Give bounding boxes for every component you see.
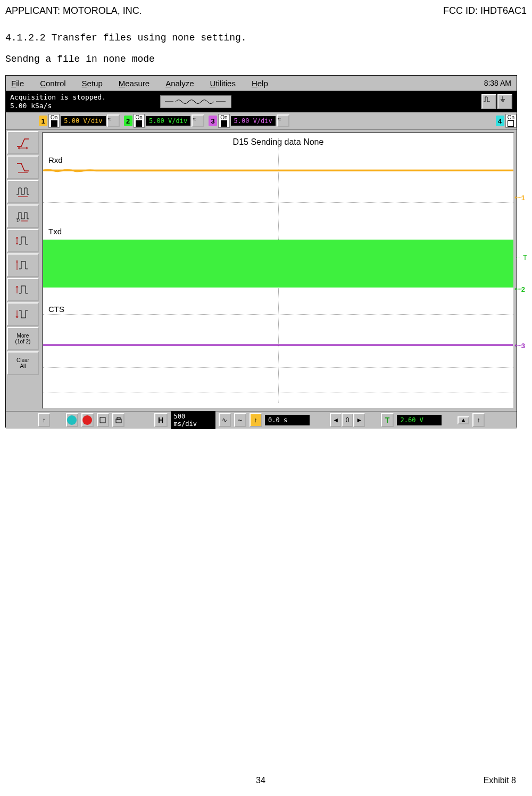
h-mode-btn2[interactable]: ∼ (234, 413, 246, 427)
svg-rect-2 (100, 417, 105, 423)
ch3-vdiv[interactable]: 5.00 V/div (231, 116, 276, 126)
signal-txd-trace (43, 240, 513, 288)
ch1-vdiv[interactable]: 5.00 V/div (61, 116, 105, 126)
trigger-label: T (381, 413, 394, 427)
left-toolbar: 1/ ± More (1of 2) Clear All (6, 130, 40, 411)
clock-display: 8:38 AM (484, 79, 511, 87)
ch2-vdiv[interactable]: 5.00 V/div (146, 116, 190, 126)
ch3-badge[interactable]: 3 (209, 116, 217, 126)
menu-analyze[interactable]: Analyze (165, 79, 194, 88)
menu-file[interactable]: File (11, 79, 24, 88)
nav-right-btn[interactable]: ► (353, 413, 365, 427)
trigger-marker-icon: ← T (514, 253, 527, 261)
save-btn[interactable] (97, 413, 109, 427)
tool-pulse-width[interactable] (7, 180, 39, 203)
run-indicator[interactable] (66, 413, 78, 427)
applicant-label: APPLICANT: MOTOROLA, INC. (5, 5, 142, 17)
tool-min[interactable] (7, 302, 39, 326)
ch4-badge[interactable]: 4 (496, 116, 504, 126)
signal-rxd-trace (43, 166, 513, 177)
menu-utilities[interactable]: Utilities (210, 79, 236, 88)
stop-circle-icon (82, 415, 92, 425)
delay-value[interactable]: 0.0 s (265, 415, 310, 425)
scroll-up-btn-2[interactable]: ↑ (472, 413, 485, 427)
tool-edge-rise[interactable] (7, 131, 39, 154)
clear-all-button[interactable]: Clear All (7, 351, 39, 375)
ch4-on-toggle[interactable]: On (505, 114, 517, 128)
print-btn[interactable] (112, 413, 124, 427)
delay-ref-btn[interactable]: ↑ (250, 413, 262, 427)
ch1-marker-icon: ⬸1 (514, 194, 525, 202)
ch3-marker-icon: ⬸3 (514, 342, 525, 350)
pulse-mode-btn[interactable] (481, 94, 496, 109)
ch3-on-toggle[interactable]: On✓ (218, 114, 229, 128)
menu-setup[interactable]: Setup (82, 79, 103, 88)
ch2-badge[interactable]: 2 (124, 116, 132, 126)
tool-edge-fall[interactable] (7, 155, 39, 179)
subtitle-text: Sendng a file in none mode (5, 54, 527, 64)
nav-center-btn[interactable]: 0 (342, 413, 353, 427)
nav-left-btn[interactable]: ◄ (330, 413, 342, 427)
status-bar: Acquisition is stopped. 5.00 kSa/s (6, 91, 517, 112)
signal-label-rxd: Rxd (48, 155, 63, 165)
run-circle-icon (67, 415, 77, 425)
horizontal-label: H (154, 413, 168, 427)
menu-help[interactable]: Help (252, 79, 268, 88)
fcc-id-label: FCC ID: IHDT6AC1 (443, 5, 527, 17)
menu-control[interactable]: Control (40, 79, 65, 88)
timebase-value[interactable]: 500 ms/div (171, 411, 215, 429)
signal-label-cts: CTS (48, 305, 64, 314)
channel-2-group: 2 On✓ 5.00 V/div ≈ (124, 114, 205, 128)
channel-4-group: 4 On (496, 114, 517, 128)
channel-1-group: 1 On✓ 5.00 V/div ≈ (39, 114, 120, 128)
ch2-marker-icon: ⬸2 (514, 285, 525, 293)
channel-bar: 1 On✓ 5.00 V/div ≈ 2 On✓ 5.00 V/div ≈ 3 … (6, 112, 517, 130)
nav-buttons: ◄ 0 ► (330, 413, 365, 427)
section-heading: 4.1.2.2 Transfer files using none settin… (5, 32, 527, 43)
bottom-toolbar: ↑ H 500 ms/div ∿ ∼ ↑ 0.0 s ◄ 0 ► T 2.60 … (6, 411, 517, 429)
stop-indicator[interactable] (81, 413, 94, 427)
tool-peak-peak[interactable]: ± (7, 253, 39, 277)
more-button[interactable]: More (1of 2) (7, 327, 39, 350)
svg-text:±: ± (16, 259, 18, 263)
menu-measure[interactable]: Measure (119, 79, 149, 88)
channel-3-group: 3 On✓ 5.00 V/div ≈ (209, 114, 289, 128)
tool-amplitude[interactable] (7, 229, 39, 252)
trigger-up-btn[interactable]: ▲ (458, 416, 469, 424)
scroll-up-btn[interactable]: ↑ (38, 413, 50, 427)
svg-text:1/: 1/ (16, 219, 20, 223)
signal-cts-trace (43, 341, 513, 349)
coupling-indicator[interactable] (160, 95, 231, 108)
waveform-display[interactable]: D15 Sending data None Rxd Txd CTS ⬸1 ← T… (42, 132, 514, 409)
h-mode-btn1[interactable]: ∿ (219, 413, 231, 427)
ch2-coupling-btn[interactable]: ≈ (192, 114, 204, 127)
ch2-on-toggle[interactable]: On✓ (134, 114, 145, 128)
ch3-coupling-btn[interactable]: ≈ (277, 114, 289, 127)
ch1-on-toggle[interactable]: On✓ (48, 114, 60, 128)
status-line2: 5.00 kSa/s (10, 102, 106, 110)
trigger-level-value[interactable]: 2.60 V (397, 415, 442, 425)
main-area: 1/ ± More (1of 2) Clear All D15 Sending … (6, 130, 517, 411)
menu-bar: File Control Setup Measure Analyze Utili… (6, 76, 517, 91)
ch1-badge[interactable]: 1 (39, 116, 47, 126)
acquisition-status: Acquisition is stopped. 5.00 kSa/s (10, 93, 106, 110)
ch1-coupling-btn[interactable]: ≈ (107, 114, 120, 127)
tool-max[interactable] (7, 278, 39, 301)
oscilloscope-window: File Control Setup Measure Analyze Utili… (5, 75, 517, 428)
tool-pulse-period[interactable]: 1/ (7, 204, 39, 228)
status-line1: Acquisition is stopped. (10, 93, 106, 102)
ground-mode-btn[interactable] (497, 94, 512, 109)
signal-label-txd: Txd (48, 227, 62, 236)
